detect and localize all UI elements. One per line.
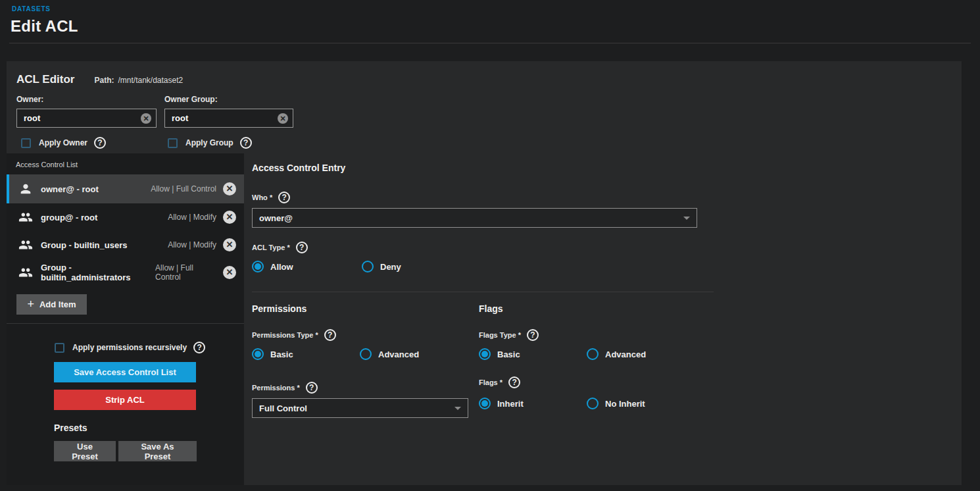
radio-permissions-advanced[interactable]: Advanced [360,348,419,360]
owner-label: Owner: [16,95,157,104]
access-control-entry-panel: Access Control Entry Who * ? owner@ ACL … [244,153,962,485]
radio-allow[interactable]: Allow [252,261,362,272]
permissions-type-help-icon[interactable]: ? [324,329,336,341]
apply-group-label: Apply Group [185,138,233,147]
left-panel-divider [7,323,244,324]
radio-icon [360,348,372,360]
remove-entry-icon[interactable]: ✕ [223,238,236,251]
flags-type-label: Flags Type * [479,331,521,339]
acl-editor-card: ACL Editor Path:/mnt/tank/dataset2 Owner… [7,61,962,485]
use-preset-button[interactable]: Use Preset [54,441,116,461]
group-icon [18,210,33,224]
page-header: DATASETS Edit ACL [0,0,980,43]
flags-section: Flags Flags Type * ? Basic Advanced [479,303,706,418]
presets-title: Presets [54,423,244,433]
save-as-preset-button[interactable]: Save As Preset [118,441,197,461]
radio-flags-advanced[interactable]: Advanced [587,348,646,360]
entry-permission: Allow | Modify [168,240,216,249]
apply-group-checkbox[interactable] [168,138,178,148]
list-item[interactable]: Group - builtin_administrators Allow | F… [7,259,244,286]
owner-group-input[interactable] [165,113,293,123]
list-item[interactable]: owner@ - root Allow | Full Control ✕ [7,174,244,203]
permissions-section: Permissions Permissions Type * ? Basic A… [252,303,479,418]
radio-inherit[interactable]: Inherit [479,398,587,409]
permissions-value: Full Control [259,403,307,413]
header-divider [9,43,971,43]
apply-owner-help-icon[interactable]: ? [94,137,106,149]
clear-owner-icon[interactable]: ✕ [141,113,151,124]
who-select[interactable]: owner@ [252,208,697,228]
radio-icon [252,348,264,360]
chevron-down-icon [454,407,461,410]
ace-title: Access Control Entry [252,163,962,173]
user-icon [18,182,33,196]
radio-deny[interactable]: Deny [362,261,401,272]
strip-acl-button[interactable]: Strip ACL [54,390,196,410]
radio-icon [479,348,491,360]
who-help-icon[interactable]: ? [278,192,290,203]
page-title: Edit ACL [11,17,980,36]
flags-type-help-icon[interactable]: ? [527,329,539,341]
acl-type-help-icon[interactable]: ? [296,242,308,253]
radio-icon [587,398,599,409]
radio-icon [362,261,374,272]
who-label: Who * [252,194,272,201]
flags-help-icon[interactable]: ? [508,376,520,388]
apply-recursively-checkbox[interactable] [55,343,64,353]
entry-name: Group - builtin_administrators [41,263,155,282]
flags-title: Flags [479,303,706,314]
owner-input[interactable] [17,113,156,123]
entry-permission: Allow | Full Control [155,263,216,282]
section-divider [252,292,714,292]
apply-owner-label: Apply Owner [39,138,87,147]
permissions-label: Permissions * [252,384,300,392]
group-icon [18,265,33,280]
path-value: /mnt/tank/dataset2 [118,76,183,85]
add-item-button[interactable]: + Add Item [16,294,87,315]
entry-permission: Allow | Modify [168,213,216,222]
radio-icon [479,398,491,409]
chevron-down-icon [683,217,690,220]
apply-group-help-icon[interactable]: ? [240,137,252,149]
apply-owner-checkbox[interactable] [21,138,31,148]
acl-editor-title: ACL Editor [16,73,74,86]
clear-owner-group-icon[interactable]: ✕ [278,113,288,124]
owner-input-wrap: ✕ [16,109,157,128]
entry-name: Group - builtin_users [41,240,168,250]
entry-permission: Allow | Full Control [151,184,216,194]
dataset-path: Path:/mnt/tank/dataset2 [94,76,183,85]
acl-type-label: ACL Type * [252,244,290,251]
entry-name: owner@ - root [41,184,151,194]
acl-list-panel: Access Control List owner@ - root Allow … [7,153,244,485]
permissions-type-label: Permissions Type * [252,331,318,339]
apply-recursively-label: Apply permissions recursively [72,343,187,352]
apply-recursively-help-icon[interactable]: ? [193,342,205,353]
radio-no-inherit[interactable]: No Inherit [587,398,645,409]
list-item[interactable]: group@ - root Allow | Modify ✕ [7,203,244,231]
acl-editor-top: ACL Editor Path:/mnt/tank/dataset2 Owner… [7,61,962,153]
breadcrumb[interactable]: DATASETS [12,5,980,13]
entry-name: group@ - root [41,213,168,222]
radio-flags-basic[interactable]: Basic [479,348,587,360]
who-value: owner@ [259,213,293,223]
remove-entry-icon[interactable]: ✕ [223,182,236,195]
acl-list-title: Access Control List [7,153,244,174]
group-icon [18,238,33,252]
permissions-title: Permissions [252,303,479,314]
add-item-label: Add Item [39,299,76,309]
radio-permissions-basic[interactable]: Basic [252,348,360,360]
permissions-help-icon[interactable]: ? [306,382,318,394]
radio-icon [252,261,264,272]
save-acl-button[interactable]: Save Access Control List [54,362,196,382]
path-label: Path: [94,76,114,85]
plus-icon: + [27,297,34,311]
owner-group-input-wrap: ✕ [164,109,293,128]
owner-group-label: Owner Group: [164,95,293,104]
permissions-select[interactable]: Full Control [252,398,468,418]
flags-label: Flags * [479,378,502,386]
remove-entry-icon[interactable]: ✕ [223,266,236,279]
list-item[interactable]: Group - builtin_users Allow | Modify ✕ [7,231,244,259]
radio-icon [587,348,599,360]
remove-entry-icon[interactable]: ✕ [223,211,236,224]
